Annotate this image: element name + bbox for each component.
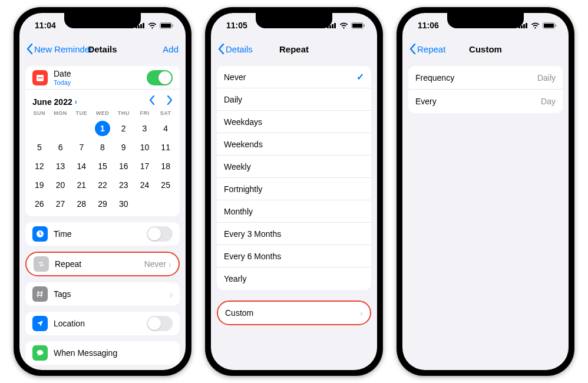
- custom-setting-label: Frequency: [415, 73, 537, 82]
- calendar-day[interactable]: 9: [113, 140, 134, 155]
- wifi-icon: [531, 22, 540, 29]
- repeat-option[interactable]: Monthly: [217, 200, 371, 223]
- chevron-left-icon: [218, 44, 224, 54]
- time-toggle[interactable]: [147, 226, 173, 242]
- custom-setting-row[interactable]: EveryDay: [408, 90, 563, 113]
- custom-setting-row[interactable]: FrequencyDaily: [408, 66, 563, 90]
- repeat-option[interactable]: Never✓: [217, 66, 371, 88]
- back-button[interactable]: New Reminder: [27, 44, 93, 54]
- calendar-day[interactable]: 27: [50, 196, 71, 212]
- calendar-prev-button[interactable]: [149, 95, 155, 108]
- back-button[interactable]: Details: [218, 44, 253, 54]
- calendar-day[interactable]: 12: [29, 159, 50, 174]
- repeat-option-label: Weekends: [224, 140, 364, 149]
- chevron-right-icon: ›: [170, 289, 173, 299]
- calendar-day[interactable]: 25: [155, 177, 176, 193]
- messaging-row[interactable]: When Messaging: [25, 341, 180, 365]
- tags-label: Tags: [54, 289, 167, 299]
- calendar-day-selected: 1: [95, 121, 110, 136]
- custom-setting-value: Day: [541, 97, 556, 106]
- location-icon: [32, 316, 48, 331]
- calendar-day[interactable]: 8: [92, 140, 113, 155]
- notch: [447, 13, 524, 28]
- add-button[interactable]: Add: [163, 44, 179, 54]
- calendar-day[interactable]: 1: [92, 121, 113, 136]
- custom-row[interactable]: Custom ›: [218, 302, 370, 324]
- calendar-day[interactable]: 13: [50, 159, 71, 174]
- calendar-day[interactable]: 5: [29, 140, 50, 155]
- calendar-month-button[interactable]: June 2022 ›: [32, 97, 77, 107]
- nav-bar: Details Repeat: [211, 38, 377, 60]
- svg-rect-19: [364, 24, 365, 27]
- calendar-day[interactable]: 16: [113, 159, 134, 174]
- repeat-option[interactable]: Weekends: [217, 133, 371, 156]
- tags-card: Tags ›: [25, 282, 180, 306]
- back-button[interactable]: Repeat: [409, 44, 445, 54]
- time-row[interactable]: Time: [25, 222, 180, 246]
- svg-rect-6: [173, 24, 174, 27]
- calendar-dow: FRI: [134, 110, 156, 117]
- svg-rect-21: [521, 25, 523, 28]
- calendar-dow: SAT: [155, 110, 176, 117]
- calendar-month-label: June 2022: [32, 97, 72, 107]
- date-label: Date: [54, 69, 147, 78]
- clock-icon: [32, 226, 48, 242]
- calendar-day[interactable]: 17: [134, 159, 156, 174]
- calendar-day[interactable]: 3: [134, 121, 156, 136]
- screen: 11:06 Repeat Custom FrequencyDailyEveryD…: [402, 13, 569, 370]
- calendar-day[interactable]: 4: [155, 121, 176, 136]
- details-content: Date Today June 2022 ›: [19, 60, 186, 370]
- repeat-option[interactable]: Daily: [217, 88, 371, 111]
- calendar-next-button[interactable]: [167, 95, 173, 108]
- repeat-option[interactable]: Weekdays: [217, 111, 371, 133]
- calendar-day[interactable]: 21: [71, 177, 92, 193]
- calendar-day[interactable]: 29: [92, 196, 113, 212]
- checkmark-icon: ✓: [356, 71, 364, 82]
- tags-row[interactable]: Tags ›: [25, 282, 180, 306]
- calendar-day[interactable]: 24: [134, 177, 156, 193]
- calendar-day[interactable]: 11: [155, 140, 176, 155]
- calendar-dow: WED: [92, 110, 113, 117]
- svg-rect-23: [526, 23, 527, 28]
- repeat-option[interactable]: Weekly: [217, 156, 371, 178]
- location-row[interactable]: Location: [25, 312, 180, 335]
- repeat-label: Repeat: [55, 259, 144, 269]
- phone-3: 11:06 Repeat Custom FrequencyDailyEveryD…: [397, 7, 574, 376]
- calendar-day[interactable]: 15: [92, 159, 113, 174]
- custom-settings-list: FrequencyDailyEveryDay: [408, 66, 563, 113]
- repeat-option[interactable]: Fortnightly: [217, 178, 371, 200]
- repeat-option[interactable]: Yearly: [217, 268, 371, 290]
- calendar-day[interactable]: 14: [71, 159, 92, 174]
- repeat-row[interactable]: Repeat Never ›: [27, 253, 179, 275]
- repeat-option[interactable]: Every 6 Months: [217, 245, 371, 268]
- calendar-day[interactable]: 19: [29, 177, 50, 193]
- calendar-day[interactable]: 23: [113, 177, 134, 193]
- calendar-day[interactable]: 2: [113, 121, 134, 136]
- repeat-card-highlighted: Repeat Never ›: [25, 252, 180, 276]
- calendar-day[interactable]: 7: [71, 140, 92, 155]
- calendar-day[interactable]: 10: [134, 140, 156, 155]
- date-card: Date Today June 2022 ›: [25, 66, 180, 216]
- calendar-day[interactable]: 6: [50, 140, 71, 155]
- calendar-day[interactable]: 22: [92, 177, 113, 193]
- battery-icon: [543, 22, 557, 29]
- custom-setting-label: Every: [415, 97, 541, 106]
- location-toggle[interactable]: [147, 316, 173, 331]
- chevron-left-icon: [27, 44, 33, 54]
- svg-rect-3: [143, 23, 144, 28]
- date-sublabel: Today: [54, 79, 147, 86]
- calendar-day[interactable]: 28: [71, 196, 92, 212]
- calendar-day[interactable]: 18: [155, 159, 176, 174]
- calendar-day[interactable]: 20: [50, 177, 71, 193]
- date-toggle[interactable]: [147, 70, 173, 85]
- calendar-dow: THU: [113, 110, 134, 117]
- back-label: Details: [226, 44, 253, 54]
- repeat-option-label: Weekly: [224, 162, 364, 171]
- repeat-option[interactable]: Every 3 Months: [217, 223, 371, 245]
- svg-rect-11: [41, 77, 42, 78]
- calendar-day[interactable]: 30: [113, 196, 134, 212]
- chevron-right-icon: ›: [360, 308, 363, 318]
- screen: 11:04 New Reminder Details Add: [19, 13, 186, 370]
- calendar-day[interactable]: 26: [29, 196, 50, 212]
- date-row[interactable]: Date Today: [25, 66, 180, 90]
